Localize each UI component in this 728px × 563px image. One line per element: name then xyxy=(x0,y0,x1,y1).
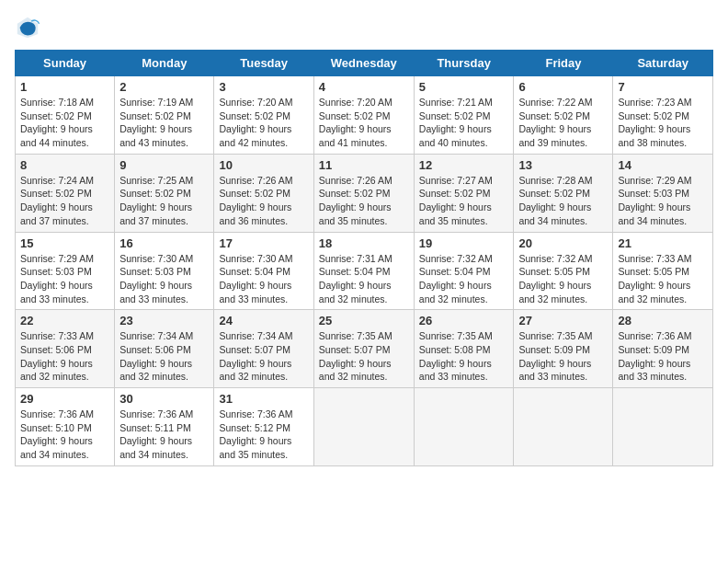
day-info: Sunrise: 7:21 AM Sunset: 5:02 PM Dayligh… xyxy=(419,96,509,150)
day-info: Sunrise: 7:26 AM Sunset: 5:02 PM Dayligh… xyxy=(219,174,308,228)
day-info: Sunrise: 7:19 AM Sunset: 5:02 PM Dayligh… xyxy=(119,96,209,150)
day-info: Sunrise: 7:24 AM Sunset: 5:02 PM Dayligh… xyxy=(20,174,109,228)
day-info: Sunrise: 7:34 AM Sunset: 5:07 PM Dayligh… xyxy=(219,329,308,384)
calendar-cell xyxy=(414,388,514,466)
calendar-week-row: 1 Sunrise: 7:18 AM Sunset: 5:02 PM Dayli… xyxy=(16,76,713,155)
calendar-cell: 3 Sunrise: 7:20 AM Sunset: 5:02 PM Dayli… xyxy=(214,76,313,155)
day-info: Sunrise: 7:28 AM Sunset: 5:02 PM Dayligh… xyxy=(518,174,608,228)
calendar-cell: 10 Sunrise: 7:26 AM Sunset: 5:02 PM Dayl… xyxy=(214,154,313,232)
day-number: 8 xyxy=(20,158,109,172)
day-info: Sunrise: 7:32 AM Sunset: 5:04 PM Dayligh… xyxy=(419,252,509,306)
calendar-week-row: 15 Sunrise: 7:29 AM Sunset: 5:03 PM Dayl… xyxy=(16,232,713,310)
day-number: 23 xyxy=(119,314,209,327)
day-number: 21 xyxy=(618,236,708,250)
day-number: 13 xyxy=(518,158,608,172)
column-header-tuesday: Tuesday xyxy=(214,51,313,76)
day-number: 27 xyxy=(518,314,608,327)
column-header-saturday: Saturday xyxy=(613,51,713,76)
day-info: Sunrise: 7:36 AM Sunset: 5:09 PM Dayligh… xyxy=(618,329,708,384)
calendar-cell: 2 Sunrise: 7:19 AM Sunset: 5:02 PM Dayli… xyxy=(115,76,214,155)
day-info: Sunrise: 7:34 AM Sunset: 5:06 PM Dayligh… xyxy=(119,329,209,384)
day-info: Sunrise: 7:31 AM Sunset: 5:04 PM Dayligh… xyxy=(319,252,409,306)
day-number: 5 xyxy=(419,80,509,94)
day-number: 26 xyxy=(419,314,509,327)
calendar-week-row: 29 Sunrise: 7:36 AM Sunset: 5:10 PM Dayl… xyxy=(16,388,713,466)
day-info: Sunrise: 7:33 AM Sunset: 5:05 PM Dayligh… xyxy=(618,252,708,306)
calendar-cell xyxy=(613,388,713,466)
day-number: 4 xyxy=(319,80,409,94)
calendar-cell: 27 Sunrise: 7:35 AM Sunset: 5:09 PM Dayl… xyxy=(514,310,613,388)
day-info: Sunrise: 7:35 AM Sunset: 5:08 PM Dayligh… xyxy=(419,329,509,384)
day-number: 10 xyxy=(219,158,308,172)
day-info: Sunrise: 7:18 AM Sunset: 5:02 PM Dayligh… xyxy=(20,96,109,150)
page-header xyxy=(15,15,713,40)
calendar-week-row: 22 Sunrise: 7:33 AM Sunset: 5:06 PM Dayl… xyxy=(16,310,713,388)
day-number: 30 xyxy=(119,392,209,406)
calendar-cell: 17 Sunrise: 7:30 AM Sunset: 5:04 PM Dayl… xyxy=(214,232,313,310)
calendar-cell: 28 Sunrise: 7:36 AM Sunset: 5:09 PM Dayl… xyxy=(613,310,713,388)
column-header-friday: Friday xyxy=(514,51,613,76)
calendar-cell: 1 Sunrise: 7:18 AM Sunset: 5:02 PM Dayli… xyxy=(16,76,115,155)
calendar-cell: 16 Sunrise: 7:30 AM Sunset: 5:03 PM Dayl… xyxy=(115,232,214,310)
day-number: 6 xyxy=(518,80,608,94)
day-number: 1 xyxy=(20,80,109,94)
day-number: 25 xyxy=(319,314,409,327)
calendar-cell xyxy=(514,388,613,466)
day-number: 9 xyxy=(119,158,209,172)
column-header-wednesday: Wednesday xyxy=(313,51,414,76)
logo xyxy=(15,15,44,40)
calendar-cell: 31 Sunrise: 7:36 AM Sunset: 5:12 PM Dayl… xyxy=(214,388,313,466)
calendar-cell: 24 Sunrise: 7:34 AM Sunset: 5:07 PM Dayl… xyxy=(214,310,313,388)
day-number: 18 xyxy=(319,236,409,250)
calendar-cell: 18 Sunrise: 7:31 AM Sunset: 5:04 PM Dayl… xyxy=(313,232,414,310)
day-number: 29 xyxy=(20,392,109,406)
day-info: Sunrise: 7:27 AM Sunset: 5:02 PM Dayligh… xyxy=(419,174,509,228)
day-info: Sunrise: 7:30 AM Sunset: 5:04 PM Dayligh… xyxy=(219,252,308,306)
day-number: 24 xyxy=(219,314,308,327)
calendar-table: SundayMondayTuesdayWednesdayThursdayFrid… xyxy=(15,50,713,466)
calendar-cell: 15 Sunrise: 7:29 AM Sunset: 5:03 PM Dayl… xyxy=(16,232,115,310)
day-info: Sunrise: 7:23 AM Sunset: 5:02 PM Dayligh… xyxy=(618,96,708,150)
calendar-cell: 9 Sunrise: 7:25 AM Sunset: 5:02 PM Dayli… xyxy=(115,154,214,232)
day-info: Sunrise: 7:29 AM Sunset: 5:03 PM Dayligh… xyxy=(20,252,109,306)
calendar-cell xyxy=(313,388,414,466)
day-number: 28 xyxy=(618,314,708,327)
calendar-cell: 5 Sunrise: 7:21 AM Sunset: 5:02 PM Dayli… xyxy=(414,76,514,155)
day-number: 12 xyxy=(419,158,509,172)
calendar-cell: 19 Sunrise: 7:32 AM Sunset: 5:04 PM Dayl… xyxy=(414,232,514,310)
calendar-cell: 25 Sunrise: 7:35 AM Sunset: 5:07 PM Dayl… xyxy=(313,310,414,388)
calendar-cell: 26 Sunrise: 7:35 AM Sunset: 5:08 PM Dayl… xyxy=(414,310,514,388)
day-info: Sunrise: 7:29 AM Sunset: 5:03 PM Dayligh… xyxy=(618,174,708,228)
day-number: 15 xyxy=(20,236,109,250)
day-number: 3 xyxy=(219,80,308,94)
column-header-thursday: Thursday xyxy=(414,51,514,76)
day-info: Sunrise: 7:32 AM Sunset: 5:05 PM Dayligh… xyxy=(518,252,608,306)
calendar-cell: 11 Sunrise: 7:26 AM Sunset: 5:02 PM Dayl… xyxy=(313,154,414,232)
day-number: 17 xyxy=(219,236,308,250)
day-number: 20 xyxy=(518,236,608,250)
day-info: Sunrise: 7:26 AM Sunset: 5:02 PM Dayligh… xyxy=(319,174,409,228)
calendar-week-row: 8 Sunrise: 7:24 AM Sunset: 5:02 PM Dayli… xyxy=(16,154,713,232)
day-info: Sunrise: 7:25 AM Sunset: 5:02 PM Dayligh… xyxy=(119,174,209,228)
calendar-cell: 22 Sunrise: 7:33 AM Sunset: 5:06 PM Dayl… xyxy=(16,310,115,388)
day-info: Sunrise: 7:36 AM Sunset: 5:12 PM Dayligh… xyxy=(219,408,308,462)
calendar-cell: 7 Sunrise: 7:23 AM Sunset: 5:02 PM Dayli… xyxy=(613,76,713,155)
calendar-cell: 29 Sunrise: 7:36 AM Sunset: 5:10 PM Dayl… xyxy=(16,388,115,466)
logo-icon xyxy=(15,15,40,40)
column-header-sunday: Sunday xyxy=(16,51,115,76)
calendar-cell: 21 Sunrise: 7:33 AM Sunset: 5:05 PM Dayl… xyxy=(613,232,713,310)
day-info: Sunrise: 7:35 AM Sunset: 5:09 PM Dayligh… xyxy=(518,329,608,384)
day-number: 22 xyxy=(20,314,109,327)
day-number: 31 xyxy=(219,392,308,406)
calendar-cell: 23 Sunrise: 7:34 AM Sunset: 5:06 PM Dayl… xyxy=(115,310,214,388)
day-info: Sunrise: 7:22 AM Sunset: 5:02 PM Dayligh… xyxy=(518,96,608,150)
day-info: Sunrise: 7:36 AM Sunset: 5:10 PM Dayligh… xyxy=(20,408,109,462)
day-number: 7 xyxy=(618,80,708,94)
day-number: 19 xyxy=(419,236,509,250)
day-info: Sunrise: 7:33 AM Sunset: 5:06 PM Dayligh… xyxy=(20,329,109,384)
calendar-cell: 6 Sunrise: 7:22 AM Sunset: 5:02 PM Dayli… xyxy=(514,76,613,155)
day-info: Sunrise: 7:36 AM Sunset: 5:11 PM Dayligh… xyxy=(119,408,209,462)
column-header-monday: Monday xyxy=(115,51,214,76)
day-info: Sunrise: 7:30 AM Sunset: 5:03 PM Dayligh… xyxy=(119,252,209,306)
day-number: 16 xyxy=(119,236,209,250)
